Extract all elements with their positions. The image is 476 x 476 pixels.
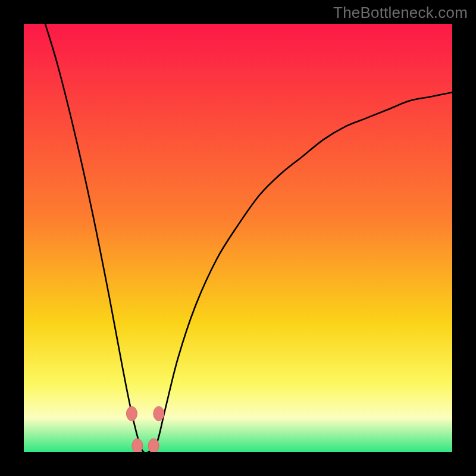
curve-marker <box>132 439 143 452</box>
curve-markers <box>126 406 164 452</box>
curve-marker <box>154 406 164 421</box>
chart-frame: TheBottleneck.com <box>0 0 476 476</box>
bottleneck-curve <box>45 24 452 452</box>
plot-area <box>24 24 452 452</box>
watermark-text: TheBottleneck.com <box>333 4 468 22</box>
curve-marker <box>126 406 137 421</box>
curve-layer <box>24 24 452 452</box>
curve-marker <box>148 439 159 452</box>
